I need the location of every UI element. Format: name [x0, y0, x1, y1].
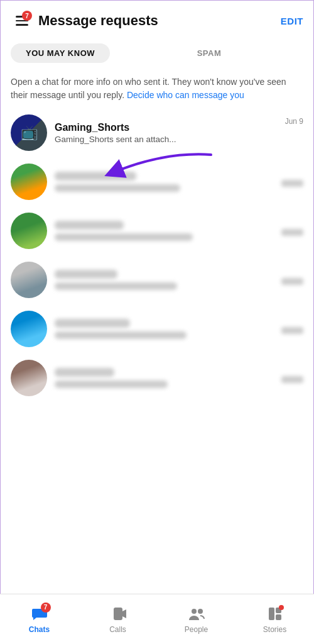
avatar-3	[11, 213, 47, 249]
svg-rect-5	[269, 608, 274, 620]
chat-item-3[interactable]	[1, 206, 313, 255]
blurred-time-4	[281, 278, 303, 285]
nav-item-calls[interactable]: Calls	[78, 605, 157, 634]
chat-info-2	[55, 172, 281, 192]
blurred-time-6	[281, 376, 303, 383]
blurred-preview-3	[55, 233, 193, 241]
nav-item-stories[interactable]: Stories	[236, 605, 314, 634]
info-text: Open a chat for more info on who sent it…	[1, 68, 313, 104]
decide-who-can-message-link[interactable]: Decide who can message you	[127, 90, 244, 100]
chat-list: Gaming_Shorts Gaming_Shorts sent an atta…	[1, 108, 313, 402]
blurred-time-3	[281, 229, 303, 236]
edit-button[interactable]: EDIT	[281, 16, 303, 26]
svg-point-4	[198, 609, 203, 614]
blurred-time-2	[281, 180, 303, 187]
stories-label: Stories	[263, 625, 286, 634]
avatar-4	[11, 262, 47, 298]
svg-rect-7	[276, 614, 281, 620]
calls-label: Calls	[109, 625, 126, 634]
avatar-gaming-shorts	[11, 114, 47, 151]
avatar-5	[11, 311, 47, 347]
chat-info-3	[55, 221, 281, 241]
svg-point-3	[192, 609, 197, 614]
tabs-row: YOU MAY KNOW SPAM	[1, 38, 313, 68]
chat-info-6	[55, 368, 281, 388]
chat-item-2[interactable]	[1, 157, 313, 206]
people-icon	[188, 605, 205, 623]
chat-item-4[interactable]	[1, 255, 313, 304]
chat-time-gaming-shorts: Jun 9	[285, 117, 303, 126]
svg-marker-2	[122, 609, 126, 618]
chats-label: Chats	[29, 625, 50, 634]
blurred-name-4	[55, 270, 117, 279]
nav-item-people[interactable]: People	[157, 605, 236, 634]
chat-info-gaming-shorts: Gaming_Shorts Gaming_Shorts sent an atta…	[55, 122, 280, 144]
blurred-preview-5	[55, 331, 187, 339]
chat-info-5	[55, 319, 281, 339]
blurred-name-3	[55, 221, 124, 230]
header: 7 Message requests EDIT	[1, 1, 313, 38]
stories-icon	[266, 605, 284, 623]
people-label: People	[185, 625, 208, 634]
svg-rect-1	[114, 608, 122, 620]
chat-item-6[interactable]	[1, 353, 313, 402]
menu-notification-badge: 7	[22, 11, 32, 21]
blurred-name-5	[55, 319, 130, 328]
chat-icon: 7	[31, 605, 48, 623]
page-title: Message requests	[38, 13, 281, 29]
chat-item-gaming-shorts[interactable]: Gaming_Shorts Gaming_Shorts sent an atta…	[1, 108, 313, 157]
blurred-preview-2	[55, 184, 180, 192]
blurred-time-5	[281, 327, 303, 334]
chat-item-5[interactable]	[1, 304, 313, 353]
chats-badge: 7	[41, 602, 51, 613]
tab-you-may-know[interactable]: YOU MAY KNOW	[11, 43, 110, 63]
avatar-2	[11, 164, 47, 200]
bottom-navigation: 7 Chats Calls People	[0, 594, 314, 644]
blurred-preview-4	[55, 282, 177, 290]
menu-button[interactable]: 7	[11, 9, 33, 32]
calls-icon	[109, 605, 127, 623]
blurred-name-2	[55, 172, 136, 180]
stories-notification-dot	[279, 605, 284, 610]
chat-name-gaming-shorts: Gaming_Shorts	[55, 122, 280, 133]
blurred-preview-6	[55, 380, 168, 388]
avatar-6	[11, 360, 47, 396]
blurred-name-6	[55, 368, 114, 377]
chat-info-4	[55, 270, 281, 290]
tab-spam[interactable]: SPAM	[115, 48, 303, 58]
nav-item-chats[interactable]: 7 Chats	[0, 605, 78, 634]
chat-preview-gaming-shorts: Gaming_Shorts sent an attach...	[55, 135, 280, 144]
